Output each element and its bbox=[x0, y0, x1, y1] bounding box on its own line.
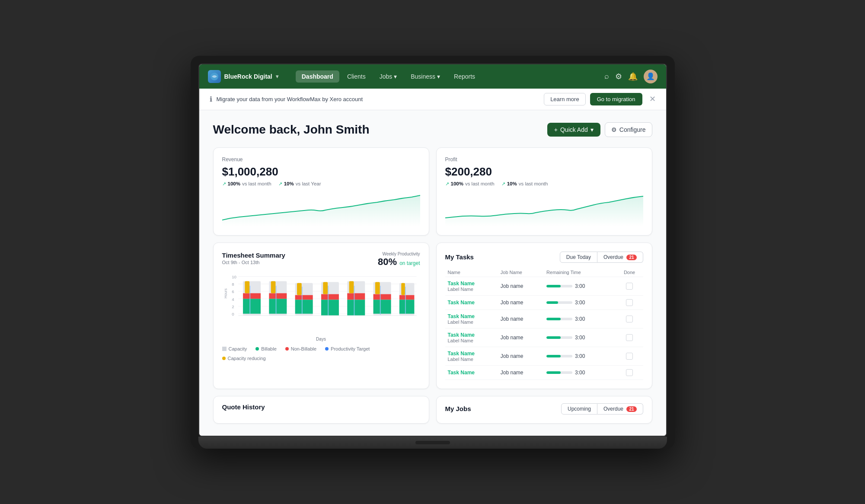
jobs-title: My Jobs bbox=[445, 405, 471, 412]
top-nav: BlueRock Digital ▾ Dashboard Clients Job… bbox=[199, 64, 666, 89]
tab-jobs-overdue[interactable]: Overdue 21 bbox=[597, 403, 643, 415]
task-job-name: Job name bbox=[498, 277, 544, 295]
nav-business[interactable]: Business ▾ bbox=[405, 70, 446, 83]
nav-dashboard[interactable]: Dashboard bbox=[296, 70, 339, 83]
done-checkbox[interactable] bbox=[626, 283, 633, 290]
task-name-cell: Task Name Label Name bbox=[445, 347, 498, 365]
nav-actions: ⌕ ⚙ 🔔 👤 bbox=[604, 70, 658, 83]
col-job: Job Name bbox=[498, 268, 544, 277]
done-checkbox[interactable] bbox=[626, 353, 633, 360]
legend-capacity-reducing-label: Capacity reducing bbox=[228, 356, 266, 361]
svg-rect-42 bbox=[380, 286, 380, 315]
timesheet-card: Timesheet Summary Oct 9th - Oct 13th Wee… bbox=[213, 242, 429, 389]
done-checkbox[interactable] bbox=[626, 299, 633, 306]
laptop-frame: BlueRock Digital ▾ Dashboard Clients Job… bbox=[191, 56, 675, 449]
task-row: Task Name Job name 3:00 bbox=[445, 365, 643, 380]
time-value: 3:00 bbox=[575, 283, 585, 289]
svg-rect-43 bbox=[375, 282, 380, 294]
task-done-cell bbox=[616, 365, 643, 380]
progress-bar-fill bbox=[546, 285, 561, 287]
revenue-stat1-label: vs last month bbox=[242, 181, 271, 186]
progress-bar-fill bbox=[546, 301, 558, 304]
task-name-link[interactable]: Task Name bbox=[448, 351, 495, 357]
nav-clients[interactable]: Clients bbox=[341, 70, 372, 83]
done-checkbox[interactable] bbox=[626, 334, 633, 341]
tab-overdue[interactable]: Overdue 21 bbox=[597, 252, 643, 263]
task-name-cell: Task Name Label Name bbox=[445, 328, 498, 347]
done-checkbox[interactable] bbox=[626, 316, 633, 322]
task-job-name: Job name bbox=[498, 347, 544, 365]
tasks-tabs: Due Today Overdue 21 bbox=[560, 252, 643, 263]
svg-rect-27 bbox=[301, 287, 302, 313]
svg-rect-46 bbox=[399, 300, 414, 313]
progress-bar-fill bbox=[546, 336, 561, 339]
go-migration-button[interactable]: Go to migration bbox=[590, 93, 642, 105]
close-banner-icon[interactable]: ✕ bbox=[649, 94, 656, 104]
on-target-label: on target bbox=[399, 260, 420, 266]
legend-billable-label: Billable bbox=[261, 346, 276, 351]
task-name-link[interactable]: Task Name bbox=[448, 300, 495, 306]
brand[interactable]: BlueRock Digital ▾ bbox=[208, 70, 278, 83]
svg-text:6: 6 bbox=[232, 289, 234, 294]
arrow-up-icon2: ↗ bbox=[278, 181, 282, 187]
bell-icon[interactable]: 🔔 bbox=[628, 72, 638, 81]
done-checkbox[interactable] bbox=[626, 369, 633, 376]
profit-label: Profit bbox=[445, 156, 643, 163]
main-content: Welcome back, John Smith + Quick Add ▾ ⚙… bbox=[199, 110, 666, 436]
legend-productivity: Productivity Target bbox=[325, 346, 370, 351]
nav-jobs[interactable]: Jobs ▾ bbox=[373, 70, 403, 83]
revenue-stat1: ↗ 100% vs last month bbox=[222, 181, 271, 187]
task-remaining: 3:00 bbox=[544, 365, 616, 380]
weekly-pct: 80% bbox=[378, 256, 397, 268]
task-name-link[interactable]: Task Name bbox=[448, 332, 495, 338]
task-done-cell bbox=[616, 347, 643, 365]
time-value: 3:00 bbox=[575, 370, 585, 376]
tab-due-today[interactable]: Due Today bbox=[560, 252, 597, 263]
svg-rect-22 bbox=[275, 286, 276, 314]
svg-rect-26 bbox=[295, 300, 313, 313]
svg-rect-48 bbox=[401, 283, 405, 295]
gear-icon: ⚙ bbox=[611, 126, 617, 133]
svg-rect-18 bbox=[245, 281, 249, 293]
revenue-stat2-pct: 10% bbox=[284, 181, 294, 186]
banner-text: Migrate your data from your WorkflowMax … bbox=[217, 96, 540, 102]
legend-capacity: Capacity bbox=[222, 346, 247, 351]
task-remaining: 3:00 bbox=[544, 347, 616, 365]
revenue-chart bbox=[222, 192, 420, 226]
timesheet-title: Timesheet Summary bbox=[222, 252, 285, 259]
settings-icon[interactable]: ⚙ bbox=[615, 72, 622, 81]
tasks-card: My Tasks Due Today Overdue 21 Na bbox=[436, 242, 652, 389]
task-label: Label Name bbox=[448, 338, 495, 343]
svg-rect-20 bbox=[269, 293, 287, 299]
page-header: Welcome back, John Smith + Quick Add ▾ ⚙… bbox=[213, 122, 652, 137]
tab-upcoming[interactable]: Upcoming bbox=[561, 403, 597, 415]
search-icon[interactable]: ⌕ bbox=[604, 72, 609, 81]
configure-button[interactable]: ⚙ Configure bbox=[605, 122, 652, 137]
weekly-label: Weekly Productivity bbox=[378, 252, 420, 256]
configure-label: Configure bbox=[619, 126, 646, 133]
legend-productivity-label: Productivity Target bbox=[331, 346, 370, 351]
avatar[interactable]: 👤 bbox=[644, 70, 658, 83]
metrics-cards: Revenue $1,000,280 ↗ 100% vs last month … bbox=[213, 147, 652, 236]
chart-legend: Capacity Billable Non-Billable Prod bbox=[222, 346, 420, 361]
quick-add-button[interactable]: + Quick Add ▾ bbox=[547, 123, 600, 137]
learn-more-button[interactable]: Learn more bbox=[544, 93, 585, 105]
profit-stats: ↗ 100% vs last month ↗ 10% vs last month bbox=[445, 181, 643, 187]
progress-bar-bg bbox=[546, 336, 572, 339]
profit-stat1-pct: 100% bbox=[451, 181, 463, 186]
legend-billable: Billable bbox=[255, 346, 276, 351]
task-name-link[interactable]: Task Name bbox=[448, 313, 495, 319]
task-name-link[interactable]: Task Name bbox=[448, 281, 495, 287]
progress-bar-bg bbox=[546, 371, 572, 374]
bottom-section: Quote History My Jobs Upcoming Overdue 2… bbox=[213, 396, 652, 424]
profit-value: $200,280 bbox=[445, 165, 643, 179]
brand-logo bbox=[208, 70, 221, 83]
svg-rect-33 bbox=[323, 282, 328, 294]
svg-rect-28 bbox=[297, 283, 302, 295]
overdue-label: Overdue bbox=[603, 254, 623, 260]
task-name-link[interactable]: Task Name bbox=[448, 370, 495, 376]
task-done-cell bbox=[616, 309, 643, 328]
nav-reports[interactable]: Reports bbox=[448, 70, 481, 83]
task-row: Task Name Label Name Job name 3:00 bbox=[445, 328, 643, 347]
revenue-stats: ↗ 100% vs last month ↗ 10% vs last Year bbox=[222, 181, 420, 187]
